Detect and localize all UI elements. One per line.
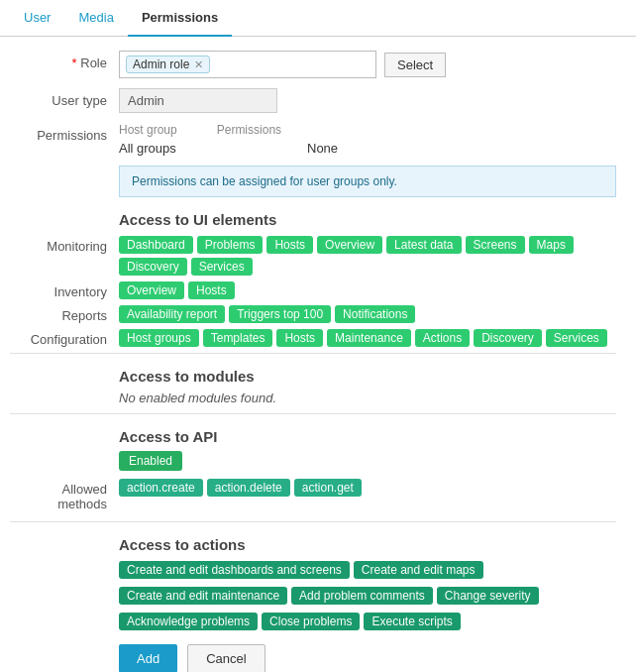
reports-row: Reports Availability reportTriggers top … <box>10 305 616 323</box>
tag-item: Execute scripts <box>364 613 460 630</box>
inventory-label: Inventory <box>10 281 119 299</box>
access-api-section: Access to API Enabled <box>10 428 616 471</box>
form-area: * Role Admin role ✕ Select User type Adm… <box>0 37 636 672</box>
tag-item: Overview <box>317 236 382 254</box>
allowed-methods-tags: action.createaction.deleteaction.get <box>119 479 616 497</box>
configuration-label: Configuration <box>10 329 119 347</box>
permissions-none-value: None <box>307 141 338 156</box>
tag-item: Hosts <box>276 329 323 347</box>
tag-item: Create and edit maps <box>354 561 483 579</box>
tag-item: Close problems <box>262 613 360 630</box>
actions-tags-container: Create and edit dashboards and screensCr… <box>10 561 616 634</box>
monitoring-tags: DashboardProblemsHostsOverviewLatest dat… <box>119 236 616 276</box>
tag-item: Services <box>546 329 607 347</box>
api-status-tag: Enabled <box>119 451 182 471</box>
tag-item: Services <box>191 258 253 276</box>
role-tag: Admin role ✕ <box>126 56 210 73</box>
access-ui-header-section: Access to UI elements <box>10 211 616 228</box>
tab-bar: User Media Permissions <box>0 0 636 37</box>
reports-label: Reports <box>10 305 119 323</box>
role-tag-close-icon[interactable]: ✕ <box>194 58 203 71</box>
api-enabled-tag: Enabled <box>119 451 616 471</box>
required-star: * <box>72 56 81 70</box>
allowed-methods-label: Allowed methods <box>10 479 119 511</box>
host-group-header: Host group <box>119 123 177 137</box>
tag-item: Problems <box>197 236 264 254</box>
monitoring-label: Monitoring <box>10 236 119 254</box>
tag-item: Triggers top 100 <box>229 305 331 323</box>
role-row: * Role Admin role ✕ Select <box>10 51 616 78</box>
tag-item: Discovery <box>119 258 187 276</box>
tag-item: Hosts <box>266 236 313 254</box>
allowed-methods-row: Allowed methods action.createaction.dele… <box>10 479 616 511</box>
permissions-header-col2: Permissions <box>217 123 281 137</box>
user-type-label: User type <box>10 88 119 108</box>
tag-item: Hosts <box>188 281 235 299</box>
access-modules-section: Access to modules No enabled modules fou… <box>10 368 616 405</box>
add-button[interactable]: Add <box>119 644 177 672</box>
permissions-headers: Host group Permissions <box>119 123 616 137</box>
tag-item: Latest data <box>386 236 461 254</box>
tag-item: Add problem comments <box>291 587 433 605</box>
role-input-box[interactable]: Admin role ✕ <box>119 51 376 78</box>
tag-item: Overview <box>119 281 184 299</box>
user-type-row: User type Admin <box>10 88 616 113</box>
role-label: * Role <box>10 51 119 70</box>
tag-item: Screens <box>466 236 525 254</box>
info-section: Permissions can be assigned for user gro… <box>10 166 616 197</box>
button-row: Add Cancel <box>10 644 616 672</box>
tag-item: action.get <box>294 479 362 497</box>
reports-tags: Availability reportTriggers top 100Notif… <box>119 305 616 323</box>
tag-item: Discovery <box>474 329 542 347</box>
access-actions-header: Access to actions <box>119 536 616 553</box>
access-api-header: Access to API <box>119 428 616 445</box>
access-modules-header: Access to modules <box>119 368 616 385</box>
configuration-tags: Host groupsTemplatesHostsMaintenanceActi… <box>119 329 616 347</box>
tag-item: Notifications <box>335 305 415 323</box>
inventory-row: Inventory OverviewHosts <box>10 281 616 299</box>
permissions-row: Permissions Host group Permissions All g… <box>10 123 616 156</box>
all-groups-value: All groups <box>119 141 267 156</box>
tag-item: Availability report <box>119 305 225 323</box>
role-value: Admin role ✕ Select <box>119 51 616 78</box>
permissions-data-row: All groups None <box>119 141 616 156</box>
permissions-label: Permissions <box>10 123 119 143</box>
user-type-value: Admin <box>119 88 616 113</box>
tab-permissions[interactable]: Permissions <box>128 0 232 37</box>
access-ui-header: Access to UI elements <box>119 211 616 228</box>
tag-item: action.delete <box>207 479 290 497</box>
tab-user[interactable]: User <box>10 0 64 37</box>
tag-item: Host groups <box>119 329 199 347</box>
inventory-tags: OverviewHosts <box>119 281 616 299</box>
cancel-button[interactable]: Cancel <box>187 644 265 672</box>
no-modules-text: No enabled modules found. <box>119 391 616 405</box>
tab-media[interactable]: Media <box>64 0 127 37</box>
tag-item: Maintenance <box>327 329 411 347</box>
tag-item: Acknowledge problems <box>119 613 258 630</box>
tag-item: Dashboard <box>119 236 193 254</box>
tag-item: Create and edit dashboards and screens <box>119 561 350 579</box>
user-type-box: Admin <box>119 88 277 113</box>
tag-item: Maps <box>529 236 574 254</box>
tag-item: Templates <box>203 329 273 347</box>
tag-item: action.create <box>119 479 203 497</box>
select-button[interactable]: Select <box>384 53 446 77</box>
info-box: Permissions can be assigned for user gro… <box>119 166 616 197</box>
access-actions-header-section: Access to actions <box>10 536 616 553</box>
monitoring-row: Monitoring DashboardProblemsHostsOvervie… <box>10 236 616 276</box>
configuration-row: Configuration Host groupsTemplatesHostsM… <box>10 329 616 347</box>
tag-item: Actions <box>415 329 470 347</box>
tag-item: Create and edit maintenance <box>119 587 287 605</box>
tag-item: Change severity <box>437 587 539 605</box>
permissions-value: Host group Permissions All groups None <box>119 123 616 156</box>
